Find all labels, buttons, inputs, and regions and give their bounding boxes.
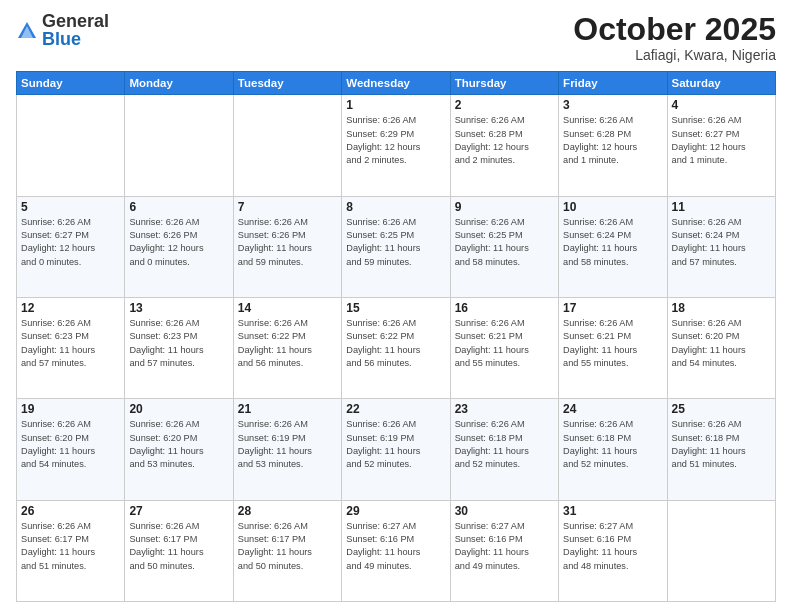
day-number: 21 (238, 402, 337, 416)
day-number: 24 (563, 402, 662, 416)
day-number: 9 (455, 200, 554, 214)
logo: General Blue (16, 12, 109, 48)
calendar-cell: 19Sunrise: 6:26 AMSunset: 6:20 PMDayligh… (17, 399, 125, 500)
day-info: Sunrise: 6:26 AMSunset: 6:19 PMDaylight:… (238, 418, 337, 471)
day-info: Sunrise: 6:26 AMSunset: 6:21 PMDaylight:… (563, 317, 662, 370)
day-info: Sunrise: 6:26 AMSunset: 6:24 PMDaylight:… (672, 216, 771, 269)
day-header-sunday: Sunday (17, 72, 125, 95)
day-info: Sunrise: 6:26 AMSunset: 6:28 PMDaylight:… (455, 114, 554, 167)
day-number: 20 (129, 402, 228, 416)
day-number: 16 (455, 301, 554, 315)
day-info: Sunrise: 6:26 AMSunset: 6:20 PMDaylight:… (21, 418, 120, 471)
day-number: 5 (21, 200, 120, 214)
day-number: 14 (238, 301, 337, 315)
day-info: Sunrise: 6:26 AMSunset: 6:26 PMDaylight:… (238, 216, 337, 269)
day-info: Sunrise: 6:26 AMSunset: 6:22 PMDaylight:… (238, 317, 337, 370)
day-number: 11 (672, 200, 771, 214)
calendar-cell: 25Sunrise: 6:26 AMSunset: 6:18 PMDayligh… (667, 399, 775, 500)
day-number: 3 (563, 98, 662, 112)
day-info: Sunrise: 6:26 AMSunset: 6:25 PMDaylight:… (346, 216, 445, 269)
title-block: October 2025 Lafiagi, Kwara, Nigeria (573, 12, 776, 63)
day-header-friday: Friday (559, 72, 667, 95)
week-row-5: 26Sunrise: 6:26 AMSunset: 6:17 PMDayligh… (17, 500, 776, 601)
logo-blue: Blue (42, 30, 109, 48)
day-number: 10 (563, 200, 662, 214)
generalblue-icon (16, 20, 38, 42)
day-number: 15 (346, 301, 445, 315)
week-row-2: 5Sunrise: 6:26 AMSunset: 6:27 PMDaylight… (17, 196, 776, 297)
calendar-cell: 16Sunrise: 6:26 AMSunset: 6:21 PMDayligh… (450, 297, 558, 398)
header-row: SundayMondayTuesdayWednesdayThursdayFrid… (17, 72, 776, 95)
calendar-cell: 24Sunrise: 6:26 AMSunset: 6:18 PMDayligh… (559, 399, 667, 500)
day-header-tuesday: Tuesday (233, 72, 341, 95)
day-number: 28 (238, 504, 337, 518)
week-row-3: 12Sunrise: 6:26 AMSunset: 6:23 PMDayligh… (17, 297, 776, 398)
day-info: Sunrise: 6:26 AMSunset: 6:17 PMDaylight:… (21, 520, 120, 573)
week-row-4: 19Sunrise: 6:26 AMSunset: 6:20 PMDayligh… (17, 399, 776, 500)
day-info: Sunrise: 6:26 AMSunset: 6:23 PMDaylight:… (21, 317, 120, 370)
day-number: 25 (672, 402, 771, 416)
day-number: 13 (129, 301, 228, 315)
day-info: Sunrise: 6:26 AMSunset: 6:20 PMDaylight:… (672, 317, 771, 370)
day-info: Sunrise: 6:26 AMSunset: 6:20 PMDaylight:… (129, 418, 228, 471)
day-header-monday: Monday (125, 72, 233, 95)
day-number: 4 (672, 98, 771, 112)
calendar-cell: 12Sunrise: 6:26 AMSunset: 6:23 PMDayligh… (17, 297, 125, 398)
calendar-cell: 29Sunrise: 6:27 AMSunset: 6:16 PMDayligh… (342, 500, 450, 601)
calendar-cell: 10Sunrise: 6:26 AMSunset: 6:24 PMDayligh… (559, 196, 667, 297)
calendar-cell: 30Sunrise: 6:27 AMSunset: 6:16 PMDayligh… (450, 500, 558, 601)
day-header-saturday: Saturday (667, 72, 775, 95)
day-number: 23 (455, 402, 554, 416)
day-number: 22 (346, 402, 445, 416)
day-number: 27 (129, 504, 228, 518)
day-info: Sunrise: 6:27 AMSunset: 6:16 PMDaylight:… (455, 520, 554, 573)
day-number: 8 (346, 200, 445, 214)
calendar-cell: 8Sunrise: 6:26 AMSunset: 6:25 PMDaylight… (342, 196, 450, 297)
day-number: 17 (563, 301, 662, 315)
calendar-cell: 1Sunrise: 6:26 AMSunset: 6:29 PMDaylight… (342, 95, 450, 196)
day-info: Sunrise: 6:26 AMSunset: 6:27 PMDaylight:… (672, 114, 771, 167)
calendar-cell: 23Sunrise: 6:26 AMSunset: 6:18 PMDayligh… (450, 399, 558, 500)
day-info: Sunrise: 6:26 AMSunset: 6:23 PMDaylight:… (129, 317, 228, 370)
day-info: Sunrise: 6:26 AMSunset: 6:24 PMDaylight:… (563, 216, 662, 269)
day-number: 19 (21, 402, 120, 416)
day-number: 12 (21, 301, 120, 315)
day-number: 26 (21, 504, 120, 518)
calendar-cell: 31Sunrise: 6:27 AMSunset: 6:16 PMDayligh… (559, 500, 667, 601)
page: General Blue October 2025 Lafiagi, Kwara… (0, 0, 792, 612)
day-info: Sunrise: 6:26 AMSunset: 6:18 PMDaylight:… (455, 418, 554, 471)
calendar-cell: 20Sunrise: 6:26 AMSunset: 6:20 PMDayligh… (125, 399, 233, 500)
day-info: Sunrise: 6:26 AMSunset: 6:18 PMDaylight:… (672, 418, 771, 471)
day-info: Sunrise: 6:26 AMSunset: 6:17 PMDaylight:… (129, 520, 228, 573)
day-info: Sunrise: 6:26 AMSunset: 6:25 PMDaylight:… (455, 216, 554, 269)
calendar-cell (233, 95, 341, 196)
calendar-cell: 26Sunrise: 6:26 AMSunset: 6:17 PMDayligh… (17, 500, 125, 601)
calendar-cell: 5Sunrise: 6:26 AMSunset: 6:27 PMDaylight… (17, 196, 125, 297)
calendar-cell: 22Sunrise: 6:26 AMSunset: 6:19 PMDayligh… (342, 399, 450, 500)
logo-general: General (42, 12, 109, 30)
day-number: 29 (346, 504, 445, 518)
calendar-title: October 2025 (573, 12, 776, 47)
day-number: 31 (563, 504, 662, 518)
day-header-thursday: Thursday (450, 72, 558, 95)
calendar-cell: 3Sunrise: 6:26 AMSunset: 6:28 PMDaylight… (559, 95, 667, 196)
calendar-location: Lafiagi, Kwara, Nigeria (573, 47, 776, 63)
calendar-cell: 17Sunrise: 6:26 AMSunset: 6:21 PMDayligh… (559, 297, 667, 398)
day-number: 18 (672, 301, 771, 315)
calendar-cell (17, 95, 125, 196)
calendar-cell: 14Sunrise: 6:26 AMSunset: 6:22 PMDayligh… (233, 297, 341, 398)
calendar-cell: 2Sunrise: 6:26 AMSunset: 6:28 PMDaylight… (450, 95, 558, 196)
day-info: Sunrise: 6:26 AMSunset: 6:21 PMDaylight:… (455, 317, 554, 370)
calendar-cell: 28Sunrise: 6:26 AMSunset: 6:17 PMDayligh… (233, 500, 341, 601)
calendar-cell: 11Sunrise: 6:26 AMSunset: 6:24 PMDayligh… (667, 196, 775, 297)
calendar-cell: 7Sunrise: 6:26 AMSunset: 6:26 PMDaylight… (233, 196, 341, 297)
day-info: Sunrise: 6:27 AMSunset: 6:16 PMDaylight:… (346, 520, 445, 573)
calendar-cell (667, 500, 775, 601)
day-info: Sunrise: 6:26 AMSunset: 6:17 PMDaylight:… (238, 520, 337, 573)
calendar-cell: 27Sunrise: 6:26 AMSunset: 6:17 PMDayligh… (125, 500, 233, 601)
day-info: Sunrise: 6:27 AMSunset: 6:16 PMDaylight:… (563, 520, 662, 573)
calendar-cell: 6Sunrise: 6:26 AMSunset: 6:26 PMDaylight… (125, 196, 233, 297)
day-info: Sunrise: 6:26 AMSunset: 6:19 PMDaylight:… (346, 418, 445, 471)
day-info: Sunrise: 6:26 AMSunset: 6:28 PMDaylight:… (563, 114, 662, 167)
day-info: Sunrise: 6:26 AMSunset: 6:29 PMDaylight:… (346, 114, 445, 167)
